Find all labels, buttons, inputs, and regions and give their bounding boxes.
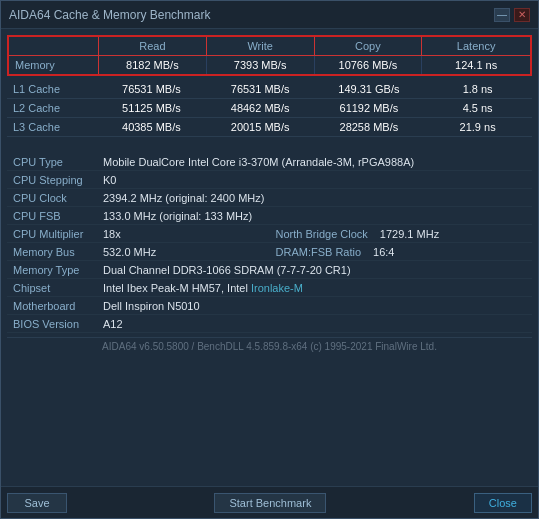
l1-read: 76531 MB/s [97,80,206,98]
footer-text: AIDA64 v6.50.5800 / BenchDLL 4.5.859.8-x… [7,337,532,355]
memory-row: Memory 8182 MB/s 7393 MB/s 10766 MB/s 12… [9,56,530,74]
memory-bus-value: 532.0 MHz [97,244,270,260]
cpu-stepping-value: K0 [97,172,532,188]
cpu-clock-value: 2394.2 MHz (original: 2400 MHz) [97,190,532,206]
l3-copy: 28258 MB/s [315,118,424,136]
memory-bus-row: Memory Bus 532.0 MHz DRAM:FSB Ratio 16:4 [7,243,532,261]
col-header-read: Read [99,37,207,55]
dram-fsb-label: DRAM:FSB Ratio [270,244,368,260]
col-header-empty [9,37,99,55]
cpu-type-text: Mobile DualCore Intel Core i3-370M (Arra… [103,156,414,168]
cpu-clock-row: CPU Clock 2394.2 MHz (original: 2400 MHz… [7,189,532,207]
l1-write: 76531 MB/s [206,80,315,98]
col-header-write: Write [207,37,315,55]
l2-label: L2 Cache [7,99,97,117]
l2-cache-row: L2 Cache 51125 MB/s 48462 MB/s 61192 MB/… [7,99,532,118]
chipset-label: Chipset [7,280,97,296]
memory-bus-label: Memory Bus [7,244,97,260]
memory-write: 7393 MB/s [207,56,315,74]
motherboard-label: Motherboard [7,298,97,314]
cpu-multiplier-row: CPU Multiplier 18x North Bridge Clock 17… [7,225,532,243]
l2-copy: 61192 MB/s [315,99,424,117]
l1-label: L1 Cache [7,80,97,98]
divider [7,141,532,147]
cpu-fsb-value: 133.0 MHz (original: 133 MHz) [97,208,532,224]
close-button[interactable]: Close [474,493,532,513]
memory-type-row: Memory Type Dual Channel DDR3-1066 SDRAM… [7,261,532,279]
cpu-multiplier-label: CPU Multiplier [7,226,97,242]
cpu-multiplier-col: CPU Multiplier 18x [7,226,270,242]
memory-benchmark-section: Read Write Copy Latency Memory 8182 MB/s… [7,35,532,76]
motherboard-row: Motherboard Dell Inspiron N5010 [7,297,532,315]
memory-type-label: Memory Type [7,262,97,278]
cpu-type-row: CPU Type Mobile DualCore Intel Core i3-3… [7,153,532,171]
bios-label: BIOS Version [7,316,97,332]
cpu-type-value: Mobile DualCore Intel Core i3-370M (Arra… [97,154,532,170]
l3-cache-row: L3 Cache 40385 MB/s 20015 MB/s 28258 MB/… [7,118,532,137]
memory-read: 8182 MB/s [99,56,207,74]
motherboard-value: Dell Inspiron N5010 [97,298,532,314]
cpu-clock-label: CPU Clock [7,190,97,206]
chipset-text-part1: Intel Ibex Peak-M HM57, Intel [103,282,251,294]
col-header-latency: Latency [422,37,530,55]
bios-value: A12 [97,316,532,332]
cpu-multiplier-value: 18x [97,226,270,242]
window-close-button[interactable]: ✕ [514,8,530,22]
bench-header-row: Read Write Copy Latency [9,37,530,56]
cpu-stepping-label: CPU Stepping [7,172,97,188]
cpu-type-label: CPU Type [7,154,97,170]
l2-read: 51125 MB/s [97,99,206,117]
dram-fsb-value: 16:4 [367,244,532,260]
start-benchmark-button[interactable]: Start Benchmark [214,493,326,513]
window-controls: — ✕ [494,8,530,22]
memory-bus-col: Memory Bus 532.0 MHz [7,244,270,260]
chipset-value: Intel Ibex Peak-M HM57, Intel Ironlake-M [97,280,532,296]
nb-clock-label: North Bridge Clock [270,226,374,242]
cpu-fsb-label: CPU FSB [7,208,97,224]
col-header-copy: Copy [315,37,423,55]
memory-type-value: Dual Channel DDR3-1066 SDRAM (7-7-7-20 C… [97,262,532,278]
memory-label: Memory [9,56,99,74]
l2-write: 48462 MB/s [206,99,315,117]
l3-write: 20015 MB/s [206,118,315,136]
system-info-section: CPU Type Mobile DualCore Intel Core i3-3… [7,153,532,333]
content-area: Read Write Copy Latency Memory 8182 MB/s… [1,29,538,486]
nb-clock-col: North Bridge Clock 1729.1 MHz [270,226,533,242]
main-window: AIDA64 Cache & Memory Benchmark — ✕ Read… [0,0,539,519]
l3-read: 40385 MB/s [97,118,206,136]
l3-latency: 21.9 ns [423,118,532,136]
button-row: Save Start Benchmark Close [1,486,538,518]
l1-latency: 1.8 ns [423,80,532,98]
chipset-row: Chipset Intel Ibex Peak-M HM57, Intel Ir… [7,279,532,297]
memory-copy: 10766 MB/s [315,56,423,74]
l1-copy: 149.31 GB/s [315,80,424,98]
title-bar: AIDA64 Cache & Memory Benchmark — ✕ [1,1,538,29]
l3-label: L3 Cache [7,118,97,136]
memory-latency: 124.1 ns [422,56,530,74]
save-button[interactable]: Save [7,493,67,513]
nb-clock-value: 1729.1 MHz [374,226,532,242]
bios-row: BIOS Version A12 [7,315,532,333]
chipset-highlight: Ironlake-M [251,282,303,294]
l2-latency: 4.5 ns [423,99,532,117]
l1-cache-row: L1 Cache 76531 MB/s 76531 MB/s 149.31 GB… [7,80,532,99]
dram-fsb-col: DRAM:FSB Ratio 16:4 [270,244,533,260]
minimize-button[interactable]: — [494,8,510,22]
cpu-stepping-row: CPU Stepping K0 [7,171,532,189]
window-title: AIDA64 Cache & Memory Benchmark [9,8,210,22]
cpu-fsb-row: CPU FSB 133.0 MHz (original: 133 MHz) [7,207,532,225]
cache-section: L1 Cache 76531 MB/s 76531 MB/s 149.31 GB… [7,80,532,137]
